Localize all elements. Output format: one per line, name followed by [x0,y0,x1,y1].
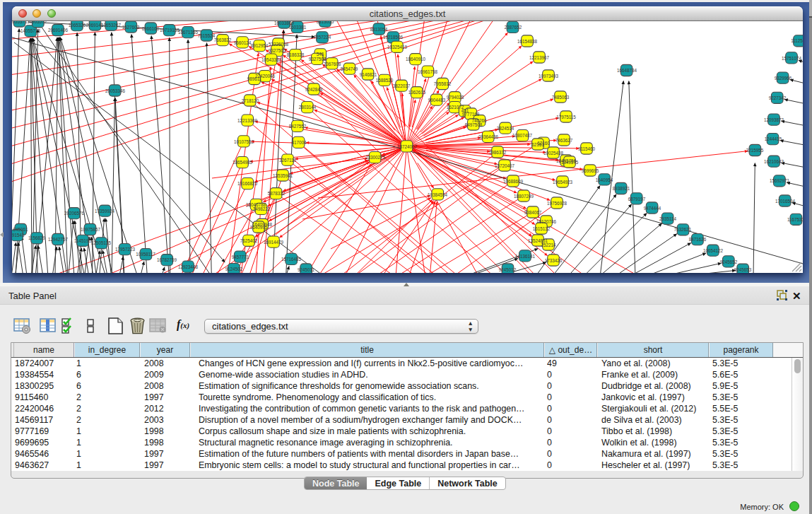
svg-text:2718120: 2718120 [242,98,259,103]
svg-text:9245012: 9245012 [499,267,517,272]
svg-text:1603381: 1603381 [289,25,307,30]
svg-text:9794028: 9794028 [447,95,464,100]
svg-text:7857224: 7857224 [314,35,331,40]
svg-text:10973493: 10973493 [539,74,559,78]
svg-text:19218506: 19218506 [383,35,404,40]
svg-text:18724007: 18724007 [397,144,418,149]
svg-text:19756928: 19756928 [547,201,567,206]
svg-text:7955812: 7955812 [434,81,452,86]
svg-text:1733426: 1733426 [545,258,563,263]
svg-text:16210643: 16210643 [764,159,784,164]
svg-text:9245653: 9245653 [734,267,752,272]
svg-text:1640954: 1640954 [596,177,613,182]
svg-text:9329966: 9329966 [775,76,792,81]
svg-text:1905572: 1905572 [30,21,47,24]
svg-text:9474444: 9474444 [644,206,661,211]
svg-text:252214: 252214 [541,243,556,247]
svg-text:1362615: 1362615 [408,90,426,95]
svg-text:16120746: 16120746 [536,219,557,224]
svg-text:10958117: 10958117 [136,252,155,257]
svg-text:12213369: 12213369 [237,118,258,123]
svg-text:12923448: 12923448 [178,264,199,269]
svg-text:16914479: 16914479 [264,240,284,245]
svg-text:12942757: 12942757 [48,237,69,242]
svg-text:18640910: 18640910 [406,57,426,62]
svg-text:9227342: 9227342 [769,95,787,100]
svg-text:1112543: 1112543 [791,38,803,43]
svg-text:9245011: 9245011 [298,267,315,272]
svg-text:15716485: 15716485 [281,257,302,262]
svg-text:13535941: 13535941 [273,173,293,178]
svg-text:17957223: 17957223 [115,247,136,252]
svg-text:10719155: 10719155 [160,28,180,33]
svg-text:9146821: 9146821 [360,72,377,77]
svg-text:2367608: 2367608 [324,62,341,66]
svg-text:19384554: 19384554 [428,192,448,197]
svg-text:8186328: 8186328 [287,52,305,57]
svg-text:13325419: 13325419 [387,45,408,49]
svg-text:53226058: 53226058 [269,42,289,47]
svg-text:5878332: 5878332 [268,191,286,196]
svg-text:8813054: 8813054 [370,27,388,32]
svg-text:1588520: 1588520 [376,78,394,83]
svg-text:7632621: 7632621 [674,227,692,232]
svg-text:3267110: 3267110 [279,158,297,163]
svg-text:6966160: 6966160 [142,26,160,31]
svg-text:16782759: 16782759 [157,257,177,262]
svg-text:16961758: 16961758 [418,69,438,74]
svg-text:1156829: 1156829 [28,235,46,240]
svg-text:9242848: 9242848 [305,87,323,92]
svg-text:1145191: 1145191 [74,238,92,243]
svg-text:7485063: 7485063 [552,95,570,100]
svg-text:3498222: 3498222 [253,206,271,211]
svg-text:15720407: 15720407 [495,163,515,168]
svg-text:20691406: 20691406 [48,28,69,33]
svg-text:12093872: 12093872 [764,117,784,122]
svg-text:19654923: 19654923 [553,180,573,185]
svg-text:2803144: 2803144 [299,105,317,110]
svg-text:20053346: 20053346 [105,88,126,93]
svg-text:23300275: 23300275 [365,155,386,160]
svg-text:10653267: 10653267 [101,23,122,28]
svg-text:2387652: 2387652 [505,25,522,30]
svg-text:7663822: 7663822 [214,37,232,42]
svg-text:9457771: 9457771 [232,255,249,259]
svg-text:10688609: 10688609 [503,179,524,184]
svg-text:1349575: 1349575 [561,160,579,165]
svg-text:16154838: 16154838 [517,39,538,44]
svg-text:12213967: 12213967 [529,55,550,60]
svg-text:9327505: 9327505 [269,48,286,53]
svg-text:8471626: 8471626 [689,237,707,242]
svg-text:3822037: 3822037 [393,83,411,88]
svg-text:845061: 845061 [13,227,28,232]
svg-text:8454749: 8454749 [341,66,358,71]
svg-text:1244415: 1244415 [765,136,782,141]
svg-text:1640995: 1640995 [250,225,268,230]
svg-text:9699695: 9699695 [582,168,599,173]
svg-text:8813055: 8813055 [317,21,334,24]
svg-text:1527602: 1527602 [122,25,140,30]
svg-text:2935114: 2935114 [659,216,677,221]
svg-text:7463627: 7463627 [555,138,573,143]
svg-text:3824514: 3824514 [497,126,514,131]
svg-text:1065326: 1065326 [69,23,86,28]
svg-text:7986372: 7986372 [489,150,507,155]
svg-text:20364436: 20364436 [478,134,499,139]
svg-text:10025438: 10025438 [543,151,564,156]
svg-text:18654985: 18654985 [233,160,253,165]
svg-text:6497508: 6497508 [465,122,483,127]
svg-text:9660124: 9660124 [234,40,252,45]
svg-text:16671355: 16671355 [178,30,199,35]
svg-text:9904483: 9904483 [428,98,446,103]
svg-text:9124502: 9124502 [225,267,243,271]
svg-text:19166825: 19166825 [237,181,258,186]
svg-text:15692971: 15692971 [770,178,790,183]
svg-text:17016504: 17016504 [775,199,796,204]
svg-text:17359924: 17359924 [95,209,115,214]
svg-text:16648784: 16648784 [617,68,637,73]
svg-text:14136141: 14136141 [515,254,536,259]
svg-text:8912954: 8912954 [251,43,269,48]
svg-text:9115460: 9115460 [578,146,596,151]
svg-text:12505135: 12505135 [91,240,112,245]
svg-text:10543382: 10543382 [261,57,282,62]
